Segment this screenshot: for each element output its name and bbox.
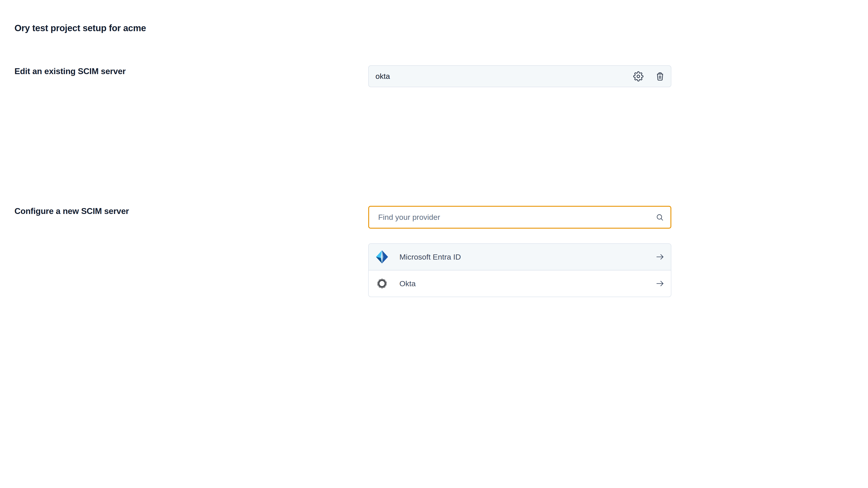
existing-scim-server-row: okta — [368, 65, 671, 87]
configure-scim-server-heading: Configure a new SCIM server — [14, 206, 129, 216]
gear-icon — [633, 71, 644, 82]
provider-search-input[interactable] — [378, 213, 655, 222]
edit-scim-server-heading: Edit an existing SCIM server — [14, 66, 126, 76]
arrow-right-icon — [655, 252, 665, 262]
server-delete-button[interactable] — [655, 71, 665, 82]
provider-list: Microsoft Entra ID — [368, 243, 671, 297]
provider-label: Microsoft Entra ID — [399, 253, 461, 261]
provider-row-microsoft-entra-id[interactable]: Microsoft Entra ID — [369, 244, 671, 270]
trash-icon — [655, 71, 665, 81]
scim-server-name: okta — [375, 72, 390, 80]
provider-search-box — [368, 206, 671, 229]
search-icon — [655, 213, 664, 222]
server-row-actions — [633, 71, 665, 82]
provider-row-okta[interactable]: Okta — [369, 270, 671, 297]
provider-label: Okta — [399, 279, 416, 288]
okta-logo — [375, 276, 389, 291]
microsoft-entra-id-logo — [375, 250, 389, 264]
server-settings-button[interactable] — [633, 71, 644, 82]
page-title: Ory test project setup for acme — [14, 23, 146, 33]
arrow-right-icon — [655, 278, 665, 289]
